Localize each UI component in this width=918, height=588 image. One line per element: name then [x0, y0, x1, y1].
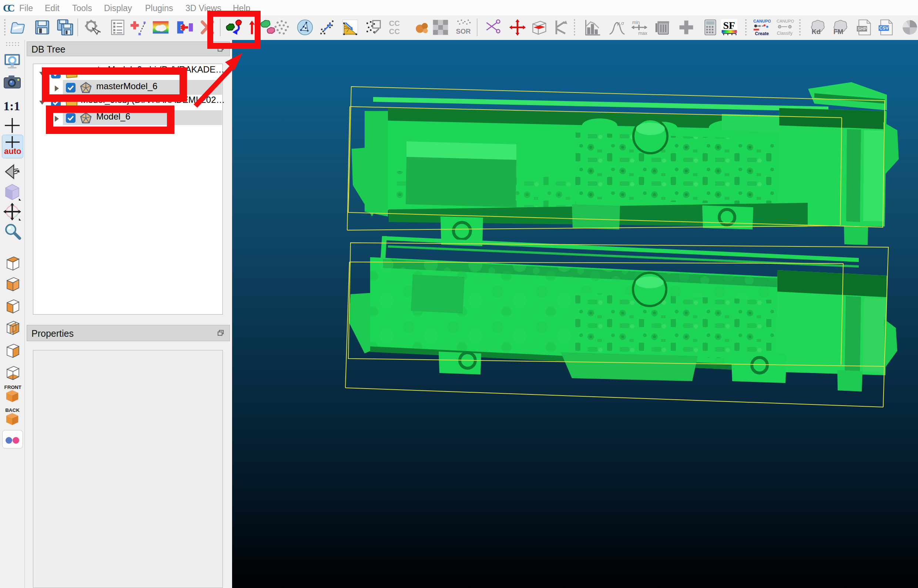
svg-text:SHP: SHP	[858, 26, 867, 31]
svg-text:SOR: SOR	[456, 27, 471, 35]
svg-text:FRONT: FRONT	[4, 384, 21, 390]
svg-text:μ,σ: μ,σ	[617, 20, 624, 26]
svg-text:auto: auto	[4, 147, 21, 155]
svg-text:1:1: 1:1	[3, 99, 20, 113]
svg-text:max: max	[638, 30, 647, 36]
svg-text:CANUPO: CANUPO	[753, 19, 771, 23]
svg-text:Classify: Classify	[777, 31, 792, 36]
svg-text:CC: CC	[389, 19, 400, 27]
svg-text:FM: FM	[834, 28, 844, 36]
svg-text:SF: SF	[723, 19, 735, 31]
svg-text:BACK: BACK	[5, 407, 19, 413]
svg-text:Kd: Kd	[811, 28, 821, 36]
svg-text:Create: Create	[755, 31, 769, 36]
svg-text:CSV: CSV	[879, 26, 889, 31]
svg-text:CANUPO: CANUPO	[777, 19, 794, 23]
svg-text:CC: CC	[389, 27, 400, 36]
svg-text:min: min	[632, 19, 640, 25]
svg-text:C: C	[7, 3, 15, 13]
